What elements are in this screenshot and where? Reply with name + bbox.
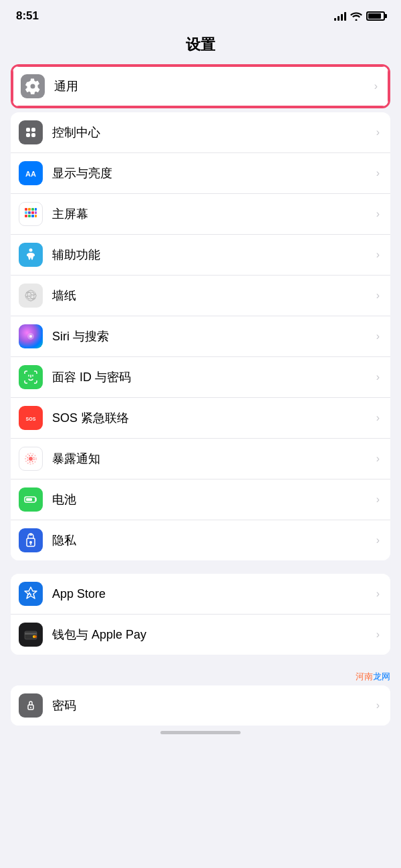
svg-rect-12 (35, 211, 37, 214)
settings-item-home-screen[interactable]: 主屏幕 › (11, 194, 390, 235)
settings-item-passwords[interactable]: 密码 › (11, 685, 390, 726)
svg-rect-11 (31, 211, 34, 214)
control-center-icon (19, 120, 43, 144)
svg-rect-10 (28, 211, 31, 214)
home-screen-icon (19, 202, 43, 226)
svg-point-25 (29, 457, 33, 461)
siri-chevron: › (376, 330, 380, 342)
signal-icon (334, 11, 346, 21)
svg-rect-0 (26, 128, 30, 132)
wallpaper-chevron: › (376, 290, 380, 302)
settings-item-general[interactable]: 通用 › (13, 66, 388, 106)
wallet-chevron: › (376, 629, 380, 641)
battery-icon (19, 487, 43, 512)
settings-item-wallet[interactable]: 钱包与 Apple Pay › (11, 615, 390, 655)
svg-rect-13 (25, 215, 27, 217)
settings-item-exposure[interactable]: 暴露通知 › (11, 439, 390, 479)
control-center-chevron: › (376, 126, 380, 138)
display-label: 显示与亮度 (52, 165, 372, 181)
wallpaper-icon (19, 284, 43, 308)
home-screen-label: 主屏幕 (52, 206, 372, 222)
appstore-icon (19, 582, 43, 606)
settings-group-store: App Store › 钱包与 Apple Pay › (11, 574, 390, 655)
wallet-label: 钱包与 Apple Pay (52, 627, 372, 643)
settings-item-display[interactable]: AA 显示与亮度 › (11, 153, 390, 194)
svg-text:SOS: SOS (26, 417, 36, 421)
settings-item-control-center[interactable]: 控制中心 › (11, 112, 390, 153)
settings-group-general: 通用 › (11, 64, 390, 108)
control-center-label: 控制中心 (52, 124, 372, 140)
status-bar: 8:51 (0, 0, 401, 28)
settings-group-passwords: 密码 › (11, 685, 390, 726)
svg-rect-8 (35, 208, 37, 211)
settings-item-appstore[interactable]: App Store › (11, 574, 390, 615)
svg-rect-14 (28, 215, 31, 217)
general-icon (21, 74, 45, 98)
page-title: 设置 (0, 28, 401, 64)
faceid-chevron: › (376, 371, 380, 383)
settings-item-privacy[interactable]: 隐私 › (11, 520, 390, 560)
svg-point-23 (29, 335, 32, 338)
watermark: 河南龙网 (0, 668, 401, 685)
svg-rect-6 (28, 208, 31, 211)
faceid-icon (19, 365, 43, 389)
privacy-icon (19, 528, 43, 552)
exposure-label: 暴露通知 (52, 451, 372, 467)
svg-rect-34 (25, 633, 37, 635)
privacy-label: 隐私 (52, 532, 372, 548)
privacy-chevron: › (376, 534, 380, 546)
home-screen-chevron: › (376, 208, 380, 220)
siri-label: Siri 与搜索 (52, 328, 372, 344)
display-icon: AA (19, 161, 43, 185)
svg-rect-3 (31, 133, 35, 137)
exposure-chevron: › (376, 453, 380, 465)
svg-text:AA: AA (25, 170, 36, 178)
exposure-icon (19, 447, 43, 471)
settings-item-accessibility[interactable]: 辅助功能 › (11, 235, 390, 276)
settings-item-wallpaper[interactable]: 墙纸 › (11, 276, 390, 316)
appstore-label: App Store (52, 587, 372, 601)
svg-rect-5 (25, 208, 27, 211)
settings-item-battery[interactable]: 电池 › (11, 479, 390, 520)
svg-point-31 (29, 541, 32, 544)
status-time: 8:51 (16, 9, 39, 23)
svg-point-38 (30, 707, 31, 708)
battery-label: 电池 (52, 492, 372, 508)
svg-rect-16 (35, 215, 37, 217)
svg-rect-7 (31, 208, 34, 211)
status-icons (334, 11, 385, 21)
general-chevron: › (374, 80, 378, 92)
accessibility-chevron: › (376, 249, 380, 261)
display-chevron: › (376, 167, 380, 179)
svg-point-17 (29, 249, 33, 252)
general-label: 通用 (54, 78, 370, 94)
svg-rect-2 (26, 133, 30, 137)
battery-status-icon (366, 11, 385, 21)
passwords-chevron: › (376, 699, 380, 712)
svg-rect-1 (31, 128, 35, 132)
svg-rect-29 (26, 498, 32, 501)
sos-label: SOS 紧急联络 (52, 410, 372, 426)
passwords-icon (19, 693, 43, 718)
battery-chevron: › (376, 494, 380, 506)
sos-chevron: › (376, 412, 380, 424)
svg-rect-9 (25, 211, 27, 214)
svg-rect-15 (31, 215, 34, 217)
watermark-prefix: 河南 (356, 671, 373, 681)
passwords-label: 密码 (52, 697, 372, 714)
settings-item-sos[interactable]: SOS SOS 紧急联络 › (11, 398, 390, 439)
settings-group-display: 控制中心 › AA 显示与亮度 › (11, 112, 390, 560)
appstore-chevron: › (376, 588, 380, 600)
home-bar (160, 731, 241, 734)
settings-item-faceid[interactable]: 面容 ID 与密码 › (11, 357, 390, 398)
home-indicator (0, 726, 401, 737)
settings-item-siri[interactable]: Siri 与搜索 › (11, 316, 390, 357)
wallet-icon (19, 623, 43, 647)
svg-rect-33 (25, 631, 37, 639)
accessibility-label: 辅助功能 (52, 247, 372, 263)
accessibility-icon (19, 243, 43, 267)
watermark-suffix: 龙网 (373, 671, 390, 681)
svg-point-36 (34, 635, 37, 638)
wifi-icon (350, 11, 362, 21)
sos-icon: SOS (19, 406, 43, 430)
